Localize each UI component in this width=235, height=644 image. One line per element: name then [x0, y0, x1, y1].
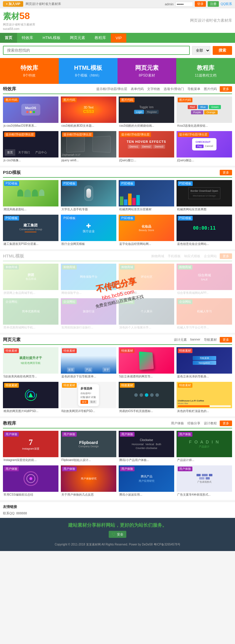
- wyys-card-4[interactable]: 导航菜单 Navigation 特效素材 蓝色立体光泽的导航条...: [177, 347, 232, 379]
- wyys-more-btn[interactable]: 更多: [220, 337, 232, 343]
- search-select[interactable]: 全部: [192, 46, 210, 55]
- wyys-tab-1[interactable]: 设计元素: [174, 338, 187, 342]
- nav-jck[interactable]: 教程库: [90, 33, 111, 43]
- footer-bottom: 建站素材分享标杆网站，更好的为站长们服务。 🛡 安全 Copyright © 2…: [0, 518, 235, 551]
- txk-card-6[interactable]: Zephaniah 3:17 提示框/浮动层/弹出层 jquery win8..…: [61, 131, 116, 163]
- psd-card-2[interactable]: PSD模板 大学生人选手机专题: [61, 180, 116, 212]
- txk-card-1[interactable]: MacOS 图片代码 js css3仿MacOS苹果系...: [3, 96, 58, 129]
- txk-tab-5[interactable]: 导航菜单: [187, 87, 200, 91]
- html-tab-1[interactable]: 购物商城: [151, 254, 164, 258]
- wyys-card-1-badge: 特效素材: [4, 348, 19, 353]
- password-input[interactable]: [175, 2, 193, 6]
- wyys-card-6-desc: 8款效美网页UI导航PSD...: [61, 408, 116, 414]
- psd-card-1[interactable]: PSD模板 潮流风格桌面站...: [3, 180, 58, 212]
- jck-more-btn[interactable]: 更多: [220, 421, 232, 426]
- txk-tab-1[interactable]: 提示框/浮动层/弹出层: [96, 87, 127, 91]
- hero-jck[interactable]: 教程库 11篇教程文档: [176, 58, 235, 84]
- html-card-8[interactable]: 机械人学习 企业网站 机械人学习平台公司手...: [177, 298, 232, 331]
- logo-domain: sucai58.com: [3, 27, 35, 30]
- wyys-card-6[interactable]: 多项选择 你知道吗? 计划 设计 计划 提交 取消 特效素材 8款效美网页UI导…: [61, 382, 116, 414]
- txk-tab-6[interactable]: 图片代码: [204, 87, 217, 91]
- jck-card-2-thumb: Flipboard Company Design 用户体验: [61, 431, 116, 457]
- hero-txk[interactable]: 特效库 8个特效: [0, 58, 59, 84]
- login-button[interactable]: 登录: [195, 1, 206, 7]
- footer-slogan: 建站素材分享标杆网站，更好的为站长们服务。: [3, 522, 232, 528]
- jck-card-6[interactable]: 用户体验研究 用户体验 关于用户体验的几点反思: [61, 465, 116, 498]
- logo[interactable]: 素材 58 网页设计省时省力素材库 sucai58.com: [3, 11, 35, 30]
- html-tab-2[interactable]: 手机模板: [168, 254, 181, 258]
- psd-card-4[interactable]: Border Download Open Mechanical UI Desig…: [177, 180, 232, 212]
- txk-tab-4[interactable]: 选项卡/滑动门: [164, 87, 184, 91]
- wyys-card-2[interactable]: 首页 产品 关于 特效素材 蓝色的渐步下拉导航菜单...: [61, 347, 116, 379]
- html-tab-4[interactable]: 企业网站: [204, 254, 217, 258]
- wyys-card-8[interactable]: Chillhouse Lo-Fi Coffee Music Bar 特效素材 灰…: [177, 382, 232, 414]
- psd-card-6-badge: PSD模板: [62, 216, 77, 221]
- qq-link[interactable]: QQ联系: [221, 2, 232, 6]
- hero-wyys[interactable]: 网页元素 8PSD素材: [118, 58, 176, 84]
- html-card-4-badge: 购物商城: [178, 265, 192, 270]
- wyys-tab-2[interactable]: banner: [190, 338, 200, 342]
- txk-card-8[interactable]: CHECKOUT Pay Cancel 提示框/浮动层/弹出层 jQuery侧边…: [177, 131, 232, 163]
- html-card-1[interactable]: 拼团 食品商城 购物商城 拼团网上食品商城手机...: [3, 264, 58, 296]
- wyys-card-7[interactable]: 特效素材 简易的iOS手机页面图标...: [119, 382, 174, 414]
- jck-card-7[interactable]: 腾讯产品 用户应用研究 用户体验 腾讯小波波应用...: [119, 465, 174, 498]
- nav-html[interactable]: HTML模板: [38, 33, 65, 43]
- nav-txk[interactable]: 特效库: [17, 33, 38, 43]
- psd-card-6[interactable]: ✚ 医疗企业 PSD模板 医疗企业网页模板: [61, 215, 116, 247]
- txk-card-1-thumb: MacOS 图片代码: [3, 96, 58, 123]
- jck-card-8[interactable]: 广告表现形式 用户体验 广告文案等4种表现形式...: [177, 465, 232, 498]
- jck-tab-3[interactable]: 设计教程: [204, 421, 217, 426]
- txk-card-4[interactable]: Red Blue Green Purple Orange 图片代码 #css3选…: [177, 96, 232, 129]
- search-button[interactable]: 搜索: [213, 46, 232, 55]
- txk-card-2[interactable]: 3D Text CSS3 图片代码 css3相机效果3D文本题...: [61, 96, 116, 129]
- txk-card-5[interactable]: 首页 关于我们 产品中心 提示框/浮动层/弹出层 js css3镜像...: [3, 131, 58, 163]
- txk-title: 特效库: [3, 86, 16, 92]
- psd-card-5[interactable]: 建工集团 Construction Group PSD模板 建工集团首页PSD分…: [3, 215, 58, 247]
- html-tab-3[interactable]: 响应式模板: [184, 254, 200, 258]
- wyys-card-5[interactable]: 特效素材 精美的网页图片码师PSD...: [3, 382, 58, 414]
- txk-card-3[interactable]: Toggle 'em Login Register 图片代码 css3炫酷的火炬…: [119, 96, 174, 129]
- psd-card-8[interactable]: 00:00:11 PSD模板 蓝色创意化妆企业网站...: [177, 215, 232, 247]
- hero-html[interactable]: HTML模板 8个模板（html）: [59, 58, 118, 84]
- txk-section: 特效库 提示框/浮动层/弹出层 表单代码 文字特效 选项卡/滑动门 导航菜单 图…: [0, 84, 235, 166]
- txk-card-8-desc: jQuery侧边...: [177, 157, 232, 163]
- txk-card-7[interactable]: TEN HOVER EFFECTS Demo1 Demo2 Demo3 提示框/…: [119, 131, 174, 163]
- wyys-card-1[interactable]: 就是社提升才干 5款彩色网页导航 特效素材 5款效美风格彩色网页导...: [3, 347, 58, 379]
- html-card-4[interactable]: 综合商城 SALE 购物商城 综合零售商城网站APP...: [177, 264, 232, 296]
- html-card-6[interactable]: 旅游行业 企业网站 实用前段旅游行业旅行...: [61, 298, 116, 331]
- psd-card-grid: PSD模板 潮流风格桌面站... PSD模板 大学生人选手机专题: [3, 180, 232, 212]
- jck-card-4[interactable]: F O A D I N 产品设计 用户体验 产品设计师...: [177, 431, 232, 463]
- search-input[interactable]: [3, 46, 190, 55]
- psd-more-btn[interactable]: 更多: [220, 170, 232, 175]
- hero-html-title: HTML模板: [74, 64, 102, 72]
- jck-card-1[interactable]: 7 Instagram深度 用户体验 Instagram深度优化的前...: [3, 431, 58, 463]
- wyys-card-7-thumb: 特效素材: [119, 382, 174, 408]
- hero-txk-title: 特效库: [21, 64, 38, 72]
- html-card-5[interactable]: 简单优惠商城 企业网站 简单优惠商城网站手机...: [3, 298, 58, 331]
- jck-card-5[interactable]: 用户体验 常用CSS编辑前沿总结: [3, 465, 58, 498]
- psd-section: PSD模板 更多 PSD模板 潮流风格桌面站... PSD模板: [0, 167, 235, 249]
- html-card-7[interactable]: 个人展示 企业网站 深色的个人分项展示手...: [119, 298, 174, 331]
- psd-card-7[interactable]: 化妆品 Beauty Store PSD模板 蓝字化妆品经营网站网...: [119, 215, 174, 247]
- html-more-btn[interactable]: 更多: [220, 253, 232, 259]
- psd-card-3[interactable]: PSD模板 机械类网站首页分层素材: [119, 180, 174, 212]
- wyys-card-3[interactable]: 特效素材 5款立体感透明的网页导...: [119, 347, 174, 379]
- txk-tab-2[interactable]: 表单代码: [131, 87, 144, 91]
- nav-vip[interactable]: VIP: [111, 33, 126, 43]
- html-card-2[interactable]: 网络保险平台 购物商城 网络保险平台...: [61, 264, 116, 296]
- txk-tab-3[interactable]: 文字特效: [147, 87, 160, 91]
- register-button[interactable]: 注册: [208, 1, 219, 7]
- nav-home[interactable]: 首页: [0, 33, 17, 43]
- jck-tab-2[interactable]: 经验分享: [187, 421, 200, 426]
- wyys-tab-3[interactable]: 导航素材: [204, 338, 217, 342]
- nav-wyys[interactable]: 网页元素: [65, 33, 90, 43]
- jck-card-2[interactable]: Flipboard Company Design 用户体验 Flipboard创…: [61, 431, 116, 463]
- jck-card-grid: 7 Instagram深度 用户体验 Instagram深度优化的前... Fl…: [3, 431, 232, 463]
- html-card-8-badge: 企业网站: [178, 299, 192, 304]
- txk-more-btn[interactable]: 更多: [220, 86, 232, 92]
- html-card-3[interactable]: 评论社区 购物商城 社区评论版模...: [119, 264, 174, 296]
- jck-card-3[interactable]: Clockwise Horizontal Vertical Both Count…: [119, 431, 174, 463]
- vip-button[interactable]: + 加入VIP: [3, 1, 23, 7]
- html-card-2-badge: 购物商城: [62, 265, 77, 270]
- jck-tab-1[interactable]: 用户体验: [171, 421, 184, 426]
